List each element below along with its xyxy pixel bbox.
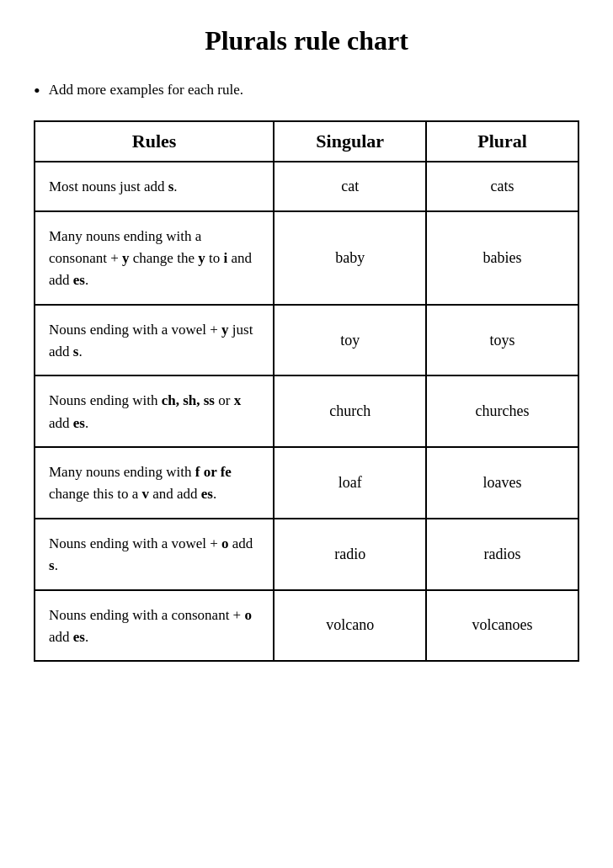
page-title: Plurals rule chart [34, 25, 579, 56]
plural-cell-0: cats [426, 162, 578, 210]
instruction-row: • Add more examples for each rule. [34, 80, 579, 102]
rule-cell-3: Nouns ending with ch, sh, ss or x add es… [35, 375, 274, 447]
singular-cell-6: volcano [274, 590, 426, 662]
table-row: Nouns ending with a vowel + y just add s… [35, 305, 578, 376]
rule-cell-2: Nouns ending with a vowel + y just add s… [35, 305, 274, 376]
singular-cell-0: cat [274, 162, 426, 210]
col-header-singular: Singular [274, 121, 426, 162]
table-header-row: Rules Singular Plural [35, 121, 578, 162]
plural-cell-2: toys [426, 305, 578, 376]
table-row: Nouns ending with a vowel + o add s.radi… [35, 519, 578, 590]
plural-cell-5: radios [426, 519, 578, 590]
singular-cell-4: loaf [274, 447, 426, 519]
col-header-rules: Rules [35, 121, 274, 162]
table-row: Nouns ending with ch, sh, ss or x add es… [35, 375, 578, 447]
singular-cell-5: radio [274, 519, 426, 590]
instruction-text: Add more examples for each rule. [49, 80, 243, 100]
plural-cell-1: babies [426, 211, 578, 305]
rule-cell-6: Nouns ending with a consonant + o add es… [35, 590, 274, 662]
plurals-table: Rules Singular Plural Most nouns just ad… [34, 120, 579, 662]
plural-cell-3: churches [426, 375, 578, 447]
table-row: Nouns ending with a consonant + o add es… [35, 590, 578, 662]
plural-cell-4: loaves [426, 447, 578, 519]
rule-cell-5: Nouns ending with a vowel + o add s. [35, 519, 274, 590]
plural-cell-6: volcanoes [426, 590, 578, 662]
table-row: Most nouns just add s.catcats [35, 162, 578, 210]
bullet-point: • [34, 80, 40, 102]
col-header-plural: Plural [426, 121, 578, 162]
rule-cell-1: Many nouns ending with a consonant + y c… [35, 211, 274, 305]
table-row: Many nouns ending with a consonant + y c… [35, 211, 578, 305]
rule-cell-0: Most nouns just add s. [35, 162, 274, 210]
singular-cell-1: baby [274, 211, 426, 305]
rule-cell-4: Many nouns ending with f or fe change th… [35, 447, 274, 519]
singular-cell-3: church [274, 375, 426, 447]
table-row: Many nouns ending with f or fe change th… [35, 447, 578, 519]
singular-cell-2: toy [274, 305, 426, 376]
